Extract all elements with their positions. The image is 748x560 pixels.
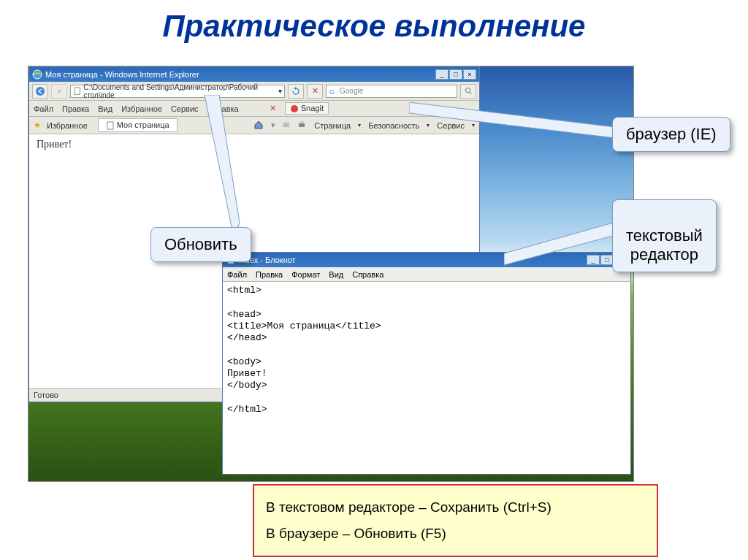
- search-button[interactable]: [460, 84, 476, 99]
- svg-text:G: G: [329, 88, 335, 96]
- svg-line-6: [470, 92, 472, 94]
- slide-title: Практическое выполнение: [0, 0, 748, 50]
- svg-marker-16: [504, 223, 621, 265]
- menu-tools[interactable]: Сервис: [171, 104, 199, 113]
- ie-title-text: Моя страница - Windows Internet Explorer: [45, 70, 199, 79]
- svg-rect-2: [75, 87, 80, 93]
- maximize-button[interactable]: □: [449, 69, 462, 80]
- refresh-callout-tail: [205, 95, 292, 241]
- svg-point-5: [465, 88, 470, 92]
- menu-edit[interactable]: Правка: [62, 104, 89, 113]
- notepad-window: index - Блокнот _ □ × Файл Правка Формат…: [222, 252, 631, 475]
- instruction-line-2: В браузере – Обновить (F5): [266, 521, 645, 547]
- svg-marker-15: [409, 102, 627, 139]
- search-box[interactable]: G Google: [326, 85, 457, 98]
- dropdown-icon[interactable]: ▾: [278, 87, 282, 95]
- menu-view[interactable]: Вид: [98, 104, 112, 113]
- svg-rect-8: [107, 122, 113, 129]
- search-placeholder: Google: [340, 87, 363, 95]
- svg-rect-10: [299, 121, 304, 123]
- stop-button[interactable]: ✕: [307, 84, 323, 99]
- notepad-content[interactable]: <html> <head> <title>Моя страница</title…: [223, 282, 630, 472]
- toolbar-page[interactable]: Страница: [314, 121, 351, 130]
- np-menu-format[interactable]: Формат: [291, 270, 320, 279]
- editor-callout-tail: [504, 223, 628, 266]
- instructions-box: В текстовом редакторе – Сохранить (Ctrl+…: [253, 484, 658, 557]
- svg-rect-9: [299, 123, 305, 127]
- browser-callout: браузер (IE): [612, 117, 730, 152]
- notepad-menu-bar: Файл Правка Формат Вид Справка: [223, 267, 630, 282]
- back-button[interactable]: [32, 84, 48, 99]
- editor-callout: текстовый редактор: [612, 199, 717, 272]
- np-menu-edit[interactable]: Правка: [256, 270, 283, 279]
- ie-titlebar[interactable]: Моя страница - Windows Internet Explorer…: [29, 67, 479, 82]
- minimize-button[interactable]: _: [435, 69, 449, 80]
- menu-file[interactable]: Файл: [34, 104, 53, 113]
- print-icon[interactable]: [297, 120, 307, 131]
- menu-favorites[interactable]: Избранное: [121, 104, 162, 113]
- favorites-star-icon[interactable]: ★: [34, 120, 41, 130]
- favorites-label[interactable]: Избранное: [47, 121, 88, 130]
- svg-marker-14: [205, 95, 240, 237]
- google-icon: G: [329, 87, 337, 96]
- np-menu-file[interactable]: Файл: [227, 270, 247, 279]
- close-button[interactable]: ×: [463, 69, 476, 80]
- forward-button[interactable]: [51, 84, 67, 99]
- tab-current[interactable]: Моя страница: [98, 118, 178, 132]
- refresh-callout: Обновить: [150, 227, 251, 262]
- ie-icon: [32, 69, 42, 80]
- np-menu-view[interactable]: Вид: [329, 270, 343, 279]
- page-icon: [73, 87, 81, 96]
- tab-page-icon: [106, 121, 115, 130]
- browser-callout-tail: [409, 102, 628, 146]
- instruction-line-1: В текстовом редакторе – Сохранить (Ctrl+…: [266, 494, 645, 521]
- np-menu-help[interactable]: Справка: [352, 270, 383, 279]
- svg-point-1: [36, 87, 45, 96]
